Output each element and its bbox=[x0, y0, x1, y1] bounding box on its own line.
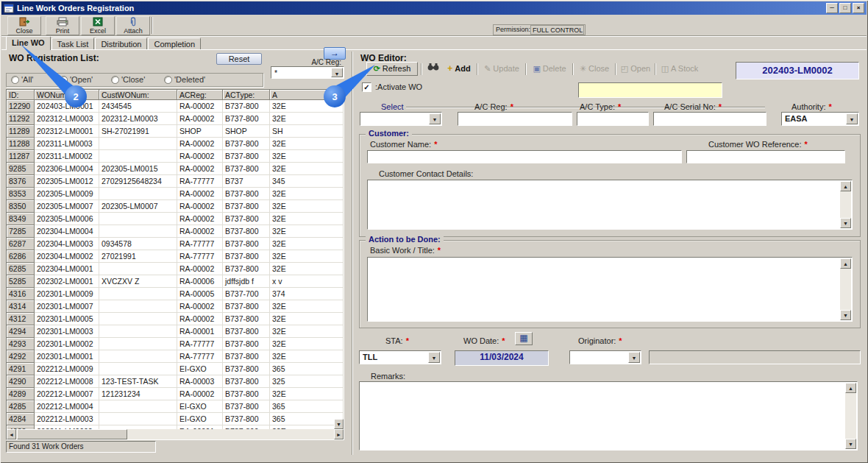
table-row[interactable]: 7285 202304-LM0004 RA-00002 B737-800 32E bbox=[7, 225, 344, 238]
vertical-scrollbar[interactable]: ▲ ▼ bbox=[840, 181, 851, 228]
tab-completion[interactable]: Completion bbox=[148, 38, 201, 50]
customer-wo-ref-input[interactable] bbox=[686, 150, 845, 163]
maximize-icon: □ bbox=[844, 4, 847, 11]
horizontal-scroll-thumb[interactable] bbox=[17, 429, 127, 439]
col-header-id[interactable]: ID: bbox=[7, 90, 35, 100]
sta-combo[interactable]: TLL ▼ bbox=[359, 350, 441, 364]
ac-type-input[interactable] bbox=[577, 112, 649, 126]
cell-wonum: 202311-LM0003 bbox=[35, 138, 99, 150]
scroll-down-button[interactable]: ▼ bbox=[845, 439, 856, 449]
remarks-textarea[interactable]: ▲ ▼ bbox=[359, 381, 858, 450]
originator-combo[interactable]: ▼ bbox=[569, 350, 641, 364]
dropdown-icon[interactable]: ▼ bbox=[846, 113, 858, 124]
scroll-up-button[interactable]: ▲ bbox=[840, 181, 851, 191]
vertical-scroll-down-button[interactable]: ▼ bbox=[334, 419, 344, 429]
table-row[interactable]: 11289 202312-LM0001 SH-27021991 SHOP SHO… bbox=[7, 125, 344, 138]
a-stock-button[interactable]: ◫A Stock bbox=[658, 63, 701, 76]
table-row[interactable]: 6285 202304-LM0001 RA-00002 B737-800 32E bbox=[7, 263, 344, 275]
table-row[interactable]: 4291 202212-LM0009 EI-GXO B737-800 365 bbox=[7, 363, 344, 375]
table-row[interactable]: 4284 202212-LM0003 EI-GXO B737-800 365 bbox=[7, 413, 344, 425]
table-row[interactable]: 4312 202301-LM0005 RA-00002 B737-800 32E bbox=[7, 313, 344, 325]
dropdown-icon[interactable]: ▼ bbox=[331, 68, 343, 77]
table-row[interactable]: 4290 202212-LM0008 123-TEST-TASK RA-0000… bbox=[7, 375, 344, 388]
table-row[interactable]: 8353 202305-LM0009 RA-00002 B737-800 32E bbox=[7, 188, 344, 200]
add-button[interactable]: +Add bbox=[444, 63, 474, 76]
scroll-left-button[interactable]: ◄ bbox=[7, 429, 16, 439]
open-wo-button[interactable]: ◰Open bbox=[619, 63, 652, 76]
activate-wo-checkbox[interactable]: ✓ bbox=[362, 82, 371, 92]
table-row[interactable]: 4294 202301-LM0003 RA-00001 B737-800 32E bbox=[7, 325, 344, 338]
tab-task-list[interactable]: Task List bbox=[51, 38, 95, 50]
update-button[interactable]: ✎Update bbox=[480, 63, 523, 76]
cell-wonum: 202212-LM0003 bbox=[35, 413, 99, 425]
scroll-up-button[interactable]: ▲ bbox=[845, 383, 856, 393]
table-row[interactable]: 8350 202305-LM0007 202305-LM0007 RA-0000… bbox=[7, 200, 344, 213]
table-row[interactable]: 8376 202305-LM0012 27029125648234 RA-777… bbox=[7, 175, 344, 188]
select-combo[interactable]: ▼ bbox=[360, 112, 442, 126]
col-header-wonum[interactable]: WONum: bbox=[35, 90, 99, 100]
calendar-button[interactable]: ▦ bbox=[515, 332, 533, 345]
table-row[interactable]: 12290 202403-LM0001 2434545 RA-00002 B73… bbox=[7, 100, 344, 113]
close-window-button[interactable]: × bbox=[853, 3, 864, 13]
col-header-custwonum[interactable]: CustWONum: bbox=[99, 90, 177, 100]
close-window-icon: × bbox=[857, 4, 861, 11]
tab-line-wo[interactable]: Line WO bbox=[6, 36, 51, 50]
ac-reg-filter-combo[interactable]: * ▼ bbox=[271, 66, 344, 79]
table-row[interactable]: 4314 202301-LM0007 RA-00002 B737-800 32E bbox=[7, 300, 344, 313]
col-header-actype[interactable]: ACType: bbox=[223, 90, 270, 100]
table-row[interactable]: 11287 202311-LM0002 RA-00002 B737-800 32… bbox=[7, 150, 344, 163]
vertical-scrollbar[interactable]: ▲ ▼ bbox=[840, 258, 851, 320]
table-row[interactable]: 4293 202301-LM0002 RA-77777 B737-800 32E bbox=[7, 338, 344, 350]
radio-open[interactable]: 'Open' bbox=[60, 75, 93, 84]
customer-name-input[interactable] bbox=[367, 150, 682, 163]
col-header-acserial[interactable]: A bbox=[270, 90, 344, 100]
scroll-right-button[interactable]: ► bbox=[334, 429, 344, 439]
dropdown-icon[interactable]: ▼ bbox=[428, 352, 440, 363]
scroll-down-button[interactable]: ▼ bbox=[840, 218, 851, 228]
table-row[interactable]: 4292 202301-LM0001 RA-77777 B737-800 32E bbox=[7, 350, 344, 363]
table-row[interactable]: 8349 202305-LM0006 RA-00002 B737-800 32E bbox=[7, 213, 344, 225]
close-button[interactable]: Close bbox=[7, 16, 41, 35]
reset-button[interactable]: Reset bbox=[216, 53, 262, 65]
table-row[interactable]: 9285 202306-LM0004 202305-LM0015 RA-0000… bbox=[7, 163, 344, 175]
table-row[interactable]: 6286 202304-LM0002 27021991 RA-77777 B73… bbox=[7, 250, 344, 263]
table-row[interactable]: 5285 202302-LM0001 XVCZXV Z RA-00006 jdf… bbox=[7, 275, 344, 288]
delete-button[interactable]: ▣Delete bbox=[529, 63, 570, 76]
attach-button[interactable]: Attach bbox=[116, 16, 150, 35]
scroll-up-button[interactable]: ▲ bbox=[840, 258, 851, 269]
vertical-scrollbar[interactable]: ▲ ▼ bbox=[845, 383, 856, 449]
print-button[interactable]: Print bbox=[46, 16, 79, 35]
find-button[interactable] bbox=[424, 63, 442, 76]
col-header-acreg[interactable]: ACReg: bbox=[177, 90, 223, 100]
basic-work-textarea[interactable]: ▲ ▼ bbox=[367, 257, 853, 322]
radio-all[interactable]: 'All' bbox=[11, 75, 33, 84]
dropdown-icon[interactable]: ▼ bbox=[628, 352, 640, 363]
ac-reg-input[interactable] bbox=[458, 112, 572, 126]
minimize-button[interactable]: ─ bbox=[826, 3, 838, 13]
table-row[interactable]: 4316 202301-LM0009 RA-00005 B737-700 374 bbox=[7, 288, 344, 300]
radio-deleted[interactable]: 'Deleted' bbox=[164, 75, 205, 84]
dropdown-icon[interactable]: ▼ bbox=[429, 113, 441, 124]
tab-distribution[interactable]: Distribution bbox=[95, 38, 147, 50]
authority-combo[interactable]: EASA ▼ bbox=[781, 112, 859, 126]
excel-button[interactable]: Excel bbox=[81, 16, 115, 35]
table-row[interactable]: 6287 202304-LM0003 0934578 RA-77777 B737… bbox=[7, 238, 344, 250]
horizontal-scrollbar[interactable]: ◄ ► bbox=[7, 429, 344, 439]
ac-serial-input[interactable] bbox=[653, 112, 766, 126]
table-row[interactable]: 4289 202212-LM0007 121231234 RA-00002 B7… bbox=[7, 388, 344, 400]
cell-id: 6285 bbox=[7, 263, 35, 275]
scroll-down-button[interactable]: ▼ bbox=[840, 310, 851, 320]
panel-splitter[interactable] bbox=[352, 52, 353, 455]
radio-open-label: 'Open' bbox=[70, 75, 93, 84]
activate-code-input[interactable] bbox=[578, 82, 722, 98]
cell-id: 8349 bbox=[7, 213, 35, 225]
cell-actype: B737-800 bbox=[223, 325, 270, 338]
maximize-button[interactable]: □ bbox=[839, 3, 851, 13]
table-row[interactable]: 11292 202312-LM0003 202312-LM0003 RA-000… bbox=[7, 113, 344, 125]
table-row[interactable]: 11288 202311-LM0003 RA-00002 B737-800 32… bbox=[7, 138, 344, 150]
radio-close[interactable]: 'Close' bbox=[111, 75, 145, 84]
close-wo-button[interactable]: ✳Close bbox=[576, 63, 613, 76]
refresh-button[interactable]: ⟳Refresh bbox=[366, 62, 418, 76]
customer-contact-textarea[interactable]: ▲ ▼ bbox=[367, 180, 853, 230]
table-row[interactable]: 4285 202212-LM0004 EI-GXO B737-800 365 bbox=[7, 400, 344, 413]
